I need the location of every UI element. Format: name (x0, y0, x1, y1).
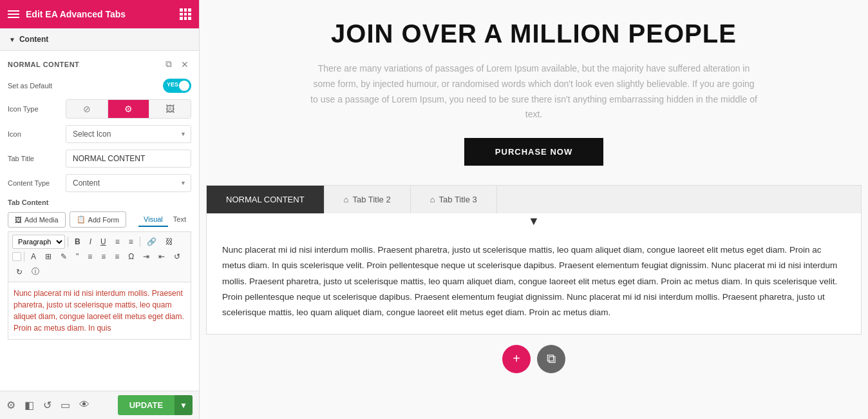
icon-type-buttons: ⊘ ⚙ 🖼 (66, 99, 191, 119)
bottom-bar: ⚙ ◧ ↺ ▭ 👁 UPDATE ▼ (0, 391, 199, 419)
tab-content-label: Tab Content (8, 199, 191, 206)
hamburger-icon[interactable] (8, 10, 19, 18)
grid-icon[interactable] (180, 8, 191, 20)
toolbar-divider-1 (68, 237, 68, 247)
tab3-icon: ⌂ (430, 195, 435, 204)
left-panel: Edit EA Advanced Tabs ▼ Content NORMAL C… (0, 0, 200, 419)
visual-tab[interactable]: Visual (138, 213, 168, 227)
close-button[interactable]: ✕ (178, 57, 191, 71)
special-char-button[interactable]: Ω (124, 250, 138, 263)
add-media-label: Add Media (24, 216, 59, 224)
tabs-section: NORMAL CONTENT ⌂ Tab Title 2 ⌂ Tab Title… (206, 185, 862, 334)
blockquote-button[interactable]: " (72, 250, 82, 263)
tab3-label: Tab Title 3 (439, 195, 477, 204)
section-actions: ⧉ ✕ (163, 57, 191, 71)
tab-content-text: Nunc placerat mi id nisi interdum mollis… (222, 245, 837, 317)
link-button[interactable]: 🔗 (143, 235, 160, 248)
icon-type-gear-button[interactable]: ⚙ (108, 100, 150, 118)
editor-toolbar: Paragraph B I U ≡ ≡ 🔗 ⛓ A ⊞ ✎ " ≡ ≡ ≡ Ω … (8, 231, 191, 282)
set-as-default-label: Set as Default (8, 82, 66, 90)
toolbar-divider-3 (24, 251, 24, 262)
text-tab[interactable]: Text (168, 213, 191, 227)
preview-hero: JOIN OVER A MILLION PEOPLE There are man… (200, 0, 868, 185)
layers-icon[interactable]: ◧ (24, 399, 34, 411)
floating-buttons: + ⧉ (200, 335, 868, 384)
add-form-icon: 📋 (77, 215, 86, 224)
content-type-row: Content Type Content (8, 174, 191, 192)
content-type-label: Content Type (8, 179, 66, 187)
section-header: NORMAL CONTENT ⧉ ✕ (8, 57, 191, 71)
settings-icon[interactable]: ⚙ (6, 399, 15, 411)
tab2-icon: ⌂ (344, 195, 349, 204)
add-form-button[interactable]: 📋 Add Form (70, 211, 126, 228)
top-bar-left: Edit EA Advanced Tabs (8, 9, 126, 19)
italic-button[interactable]: I (86, 235, 95, 248)
tab-title-label: Tab Title (8, 155, 66, 162)
tabs-nav: NORMAL CONTENT ⌂ Tab Title 2 ⌂ Tab Title… (207, 186, 861, 213)
undo-button[interactable]: ↺ (170, 250, 184, 263)
bottom-icons: ⚙ ◧ ↺ ▭ 👁 (6, 399, 90, 411)
add-media-button[interactable]: 🖼 Add Media (8, 212, 66, 228)
content-label-text: Content (19, 35, 48, 44)
list-button[interactable]: ≡ (111, 250, 123, 263)
eye-icon[interactable]: 👁 (79, 399, 90, 411)
align-center-button[interactable]: ≡ (84, 250, 96, 263)
edit-image-button[interactable]: ✎ (57, 250, 71, 263)
tab-normal-content[interactable]: NORMAL CONTENT (207, 186, 325, 213)
tab-title-control (66, 150, 191, 168)
help-button[interactable]: ⓘ (28, 264, 43, 279)
tab-title-row: Tab Title (8, 150, 191, 168)
purchase-button[interactable]: PURCHASE NOW (464, 138, 603, 166)
add-media-icon: 🖼 (15, 216, 22, 224)
update-button[interactable]: UPDATE (118, 395, 175, 415)
icon-select-wrap: Select Icon (66, 125, 191, 143)
duplicate-button[interactable]: ⧉ (163, 57, 175, 71)
update-dropdown-button[interactable]: ▼ (175, 395, 193, 415)
main-area: JOIN OVER A MILLION PEOPLE There are man… (200, 0, 868, 419)
tab-title-input[interactable] (66, 150, 191, 168)
tab2-label: Tab Title 2 (352, 195, 390, 204)
paragraph-select[interactable]: Paragraph (12, 235, 65, 249)
color-swatch-button[interactable] (12, 252, 21, 261)
toggle-yes-label: YES (167, 81, 178, 88)
unlink-button[interactable]: ⛓ (162, 235, 177, 248)
insert-button[interactable]: ⊞ (41, 250, 55, 263)
add-fab-button[interactable]: + (502, 345, 531, 373)
section-title: NORMAL CONTENT (8, 61, 79, 68)
visual-text-tabs: Visual Text (138, 213, 191, 227)
align-right-button[interactable]: ≡ (125, 235, 137, 248)
panel-body: NORMAL CONTENT ⧉ ✕ Set as Default YES Ic… (0, 51, 199, 391)
indent-button[interactable]: ⇥ (139, 250, 153, 263)
icon-type-image-button[interactable]: 🖼 (149, 100, 191, 118)
content-type-select-wrap: Content (66, 174, 191, 192)
tab-title-3[interactable]: ⌂ Tab Title 3 (411, 186, 497, 213)
update-button-wrap: UPDATE ▼ (118, 395, 193, 415)
outdent-button[interactable]: ⇤ (155, 250, 169, 263)
underline-button[interactable]: U (97, 235, 110, 248)
tab1-label: NORMAL CONTENT (226, 195, 305, 204)
content-section-label[interactable]: ▼ Content (0, 28, 199, 51)
icon-type-none-button[interactable]: ⊘ (66, 100, 108, 118)
redo-button[interactable]: ↻ (12, 266, 26, 278)
hero-subtitle: There are many variations of passages of… (308, 61, 759, 122)
top-bar: Edit EA Advanced Tabs (0, 0, 199, 28)
tab-content-area: Nunc placerat mi id nisi interdum mollis… (207, 229, 861, 333)
bold-button[interactable]: B (71, 235, 84, 248)
editor-content-area[interactable]: Nunc placerat mi id nisi interdum mollis… (8, 282, 191, 340)
icon-type-label: Icon Type (8, 105, 66, 113)
set-as-default-row: Set as Default YES (8, 79, 191, 93)
copy-fab-button[interactable]: ⧉ (537, 345, 565, 373)
chevron-down-icon: ▼ (9, 36, 15, 43)
font-color-button[interactable]: A (27, 250, 40, 263)
responsive-icon[interactable]: ▭ (61, 399, 70, 411)
set-as-default-toggle[interactable]: YES (163, 79, 191, 93)
history-icon[interactable]: ↺ (43, 399, 52, 411)
icon-select[interactable]: Select Icon (66, 125, 191, 143)
align-justify-button[interactable]: ≡ (97, 250, 109, 263)
tab-title-2[interactable]: ⌂ Tab Title 2 (325, 186, 411, 213)
align-left-button[interactable]: ≡ (111, 235, 124, 248)
add-form-label: Add Form (88, 216, 119, 224)
set-as-default-control: YES (66, 79, 191, 93)
content-type-select[interactable]: Content (66, 174, 191, 192)
icon-type-row: Icon Type ⊘ ⚙ 🖼 (8, 99, 191, 119)
